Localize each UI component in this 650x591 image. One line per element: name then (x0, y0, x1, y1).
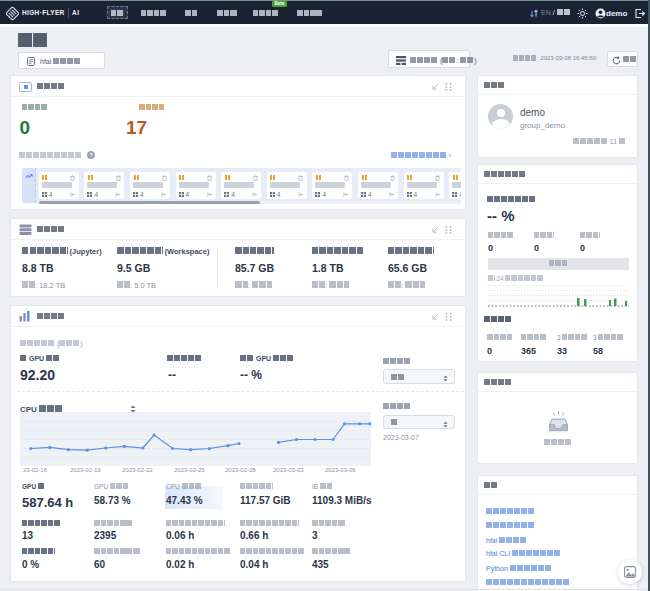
svg-text:?: ? (89, 152, 93, 158)
